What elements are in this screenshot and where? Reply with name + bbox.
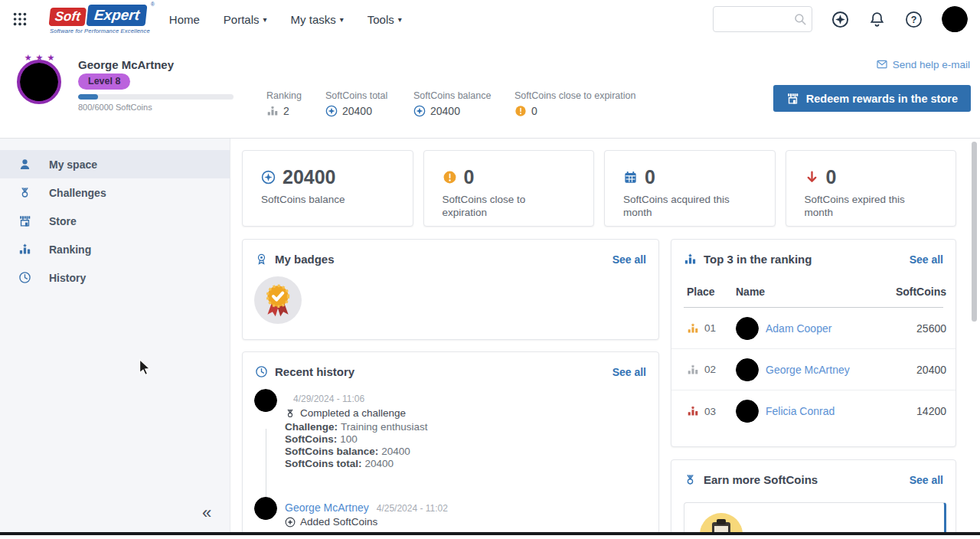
avatar[interactable] xyxy=(254,389,277,412)
progress-label: 800/6000 SoftCoins xyxy=(78,103,152,112)
logo-tagline: Software for Performance Excellence xyxy=(50,28,150,34)
ranking-icon xyxy=(18,243,31,256)
medal-icon xyxy=(285,408,296,419)
apps-grid-icon[interactable] xyxy=(11,11,28,28)
history-see-all-link[interactable]: See all xyxy=(612,366,646,378)
earned-badge-medal[interactable] xyxy=(254,276,302,324)
column-softcoins: SoftCoins xyxy=(896,286,946,298)
field-label: SoftCoins balance: xyxy=(285,446,378,457)
podium-gold-icon xyxy=(687,322,699,335)
place-number: 02 xyxy=(704,364,716,375)
user-link[interactable]: George McArtney xyxy=(285,501,369,514)
stat-softcoins-total: SoftCoins total 20400 xyxy=(325,90,387,117)
sidebar-item-history[interactable]: History xyxy=(0,263,230,292)
user-link[interactable]: Adam Cooper xyxy=(766,322,831,335)
envelope-icon xyxy=(876,58,888,70)
avatar xyxy=(736,317,759,340)
place-number: 03 xyxy=(704,406,716,417)
earn-see-all-link[interactable]: See all xyxy=(910,474,943,486)
card-title-text: Recent history xyxy=(275,365,354,378)
profile-name: George McArtney xyxy=(78,58,174,71)
avatar[interactable] xyxy=(254,497,277,520)
clipboard-illustration xyxy=(700,513,743,532)
stat-card-label: SoftCoins acquired this month xyxy=(623,193,750,219)
card-softcoins-acquired: 0 SoftCoins acquired this month xyxy=(604,150,776,227)
stat-value: 20400 xyxy=(430,105,460,117)
sidebar-item-my-space[interactable]: My space xyxy=(0,150,230,178)
ranking-row[interactable]: 02 George McArtney 20400 xyxy=(671,349,956,390)
field-label: SoftCoins total: xyxy=(285,458,362,469)
softcoins-value: 25600 xyxy=(916,322,946,335)
stat-card-label: SoftCoins balance xyxy=(261,193,387,206)
chevron-down-icon: ▾ xyxy=(340,15,344,24)
ranking-row[interactable]: 01 Adam Cooper 25600 xyxy=(671,308,956,349)
sidebar-item-store[interactable]: Store xyxy=(0,207,230,235)
card-softcoins-expiration: 0 SoftCoins close to expiration xyxy=(423,150,595,227)
ranking-row[interactable]: 03 Felicia Conrad 14200 xyxy=(671,390,956,432)
stat-card-label: SoftCoins expired this month xyxy=(805,193,931,219)
sidebar-collapse-icon[interactable]: « xyxy=(202,505,211,521)
help-link-label: Send help e-mail xyxy=(893,59,970,70)
stat-cards-row: 20400 SoftCoins balance 0 SoftCoins clos… xyxy=(242,150,956,227)
nav-link-label: Portals xyxy=(224,13,260,26)
nav-link-my-tasks[interactable]: My tasks▾ xyxy=(291,13,344,26)
stat-label: SoftCoins close to expiration xyxy=(514,90,635,101)
history-event-text: Completed a challenge xyxy=(300,407,406,420)
card-title-text: Earn more SoftCoins xyxy=(704,473,818,486)
recent-history-card: Recent history See all 4/29/2024 - 11:06… xyxy=(242,351,659,532)
send-help-email-link[interactable]: Send help e-mail xyxy=(876,58,970,70)
profile-header: ★ ★ ★ George McArtney Level 8 800/6000 S… xyxy=(0,38,980,139)
stat-value: 20400 xyxy=(342,105,372,117)
rewards-coin-icon[interactable] xyxy=(831,11,849,28)
notifications-bell-icon[interactable] xyxy=(868,11,886,28)
challenge-item[interactable] xyxy=(684,502,946,532)
store-icon xyxy=(786,92,799,105)
history-icon xyxy=(18,271,31,284)
podium-silver-icon xyxy=(687,364,699,376)
stat-card-value: 0 xyxy=(464,166,475,188)
history-event-partial: Added SoftCoins xyxy=(285,516,377,528)
search-icon xyxy=(793,12,807,26)
field-label: SoftCoins: xyxy=(285,433,337,445)
main-content: 20400 SoftCoins balance 0 SoftCoins clos… xyxy=(230,139,980,532)
profile-avatar[interactable]: ★ ★ ★ xyxy=(17,60,63,106)
sidebar-item-challenges[interactable]: Challenges xyxy=(0,178,230,207)
store-icon xyxy=(18,214,31,227)
search-box xyxy=(713,6,812,32)
sidebar: My space Challenges Store Ranking Histor… xyxy=(0,139,230,532)
stat-value: 2 xyxy=(283,105,289,117)
help-icon[interactable] xyxy=(905,11,923,28)
nav-link-home[interactable]: Home xyxy=(169,13,200,26)
card-softcoins-balance: 20400 SoftCoins balance xyxy=(242,150,413,227)
column-name: Name xyxy=(736,286,896,298)
my-badges-card: My badges See all xyxy=(242,239,659,340)
badges-see-all-link[interactable]: See all xyxy=(612,253,646,266)
user-avatar[interactable] xyxy=(942,6,968,32)
field-value: 100 xyxy=(340,433,358,445)
nav-link-tools[interactable]: Tools▾ xyxy=(368,13,402,26)
redeem-rewards-button[interactable]: Redeem rewards in the store xyxy=(773,85,971,112)
card-title-text: Top 3 in the ranking xyxy=(704,253,812,266)
softexpert-logo[interactable]: Soft Expert ® Software for Performance E… xyxy=(50,5,150,34)
page-scrollbar[interactable] xyxy=(972,142,977,322)
level-progress-bar xyxy=(78,94,234,100)
ranking-table-header: Place Name SoftCoins xyxy=(671,286,956,298)
medal-icon xyxy=(18,186,31,199)
history-event-text: Added SoftCoins xyxy=(300,516,377,528)
main-nav: Home Portals▾ My tasks▾ Tools▾ xyxy=(169,13,402,26)
registered-mark: ® xyxy=(151,2,155,7)
softexpert-dashboard: Soft Expert ® Software for Performance E… xyxy=(0,0,980,539)
expiration-warning-icon xyxy=(443,170,457,185)
user-link[interactable]: Felicia Conrad xyxy=(766,405,835,417)
sidebar-item-ranking[interactable]: Ranking xyxy=(0,235,230,263)
column-place: Place xyxy=(687,286,736,298)
nav-link-portals[interactable]: Portals▾ xyxy=(224,13,267,26)
ranking-see-all-link[interactable]: See all xyxy=(910,253,943,266)
stat-card-value: 0 xyxy=(826,166,837,188)
stat-softcoins-expiration: SoftCoins close to expiration 0 xyxy=(514,90,635,117)
avatar xyxy=(736,400,759,423)
user-link[interactable]: George McArtney xyxy=(766,364,850,376)
history-entry: George McArtney 4/25/2024 - 11:02 xyxy=(285,501,448,514)
field-value: 20400 xyxy=(365,458,394,469)
avatar xyxy=(736,358,759,381)
